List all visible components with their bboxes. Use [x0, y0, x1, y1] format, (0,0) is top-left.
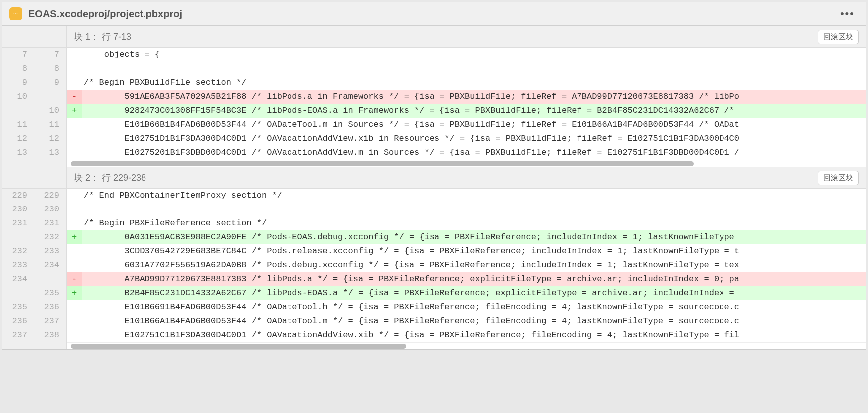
plus-icon: + — [67, 286, 82, 300]
diff-sign — [67, 189, 82, 203]
new-line-number: 235 — [34, 286, 66, 300]
new-line-number: 233 — [34, 244, 66, 258]
code-text: 6031A7702F556519A62DA0B8 /* Pods.debug.x… — [82, 258, 739, 272]
new-line-number: 7 — [34, 48, 66, 62]
old-line-number: 232 — [2, 244, 34, 258]
old-line-number: 9 — [2, 76, 34, 90]
diff-sign — [67, 258, 82, 272]
code-text: E101B66B1B4FAD6B00D53F44 /* OADateTool.m… — [82, 118, 739, 132]
scrollbar-thumb[interactable] — [71, 344, 406, 349]
old-line-number: 230 — [2, 203, 34, 216]
old-line-number: 11 — [2, 118, 34, 132]
diff-sign — [67, 314, 82, 328]
code-line[interactable]: + 0A031E59ACB3E988EC2A90FE /* Pods-EOAS.… — [67, 230, 866, 244]
minus-icon: - — [67, 90, 82, 104]
new-line-number: 238 — [34, 328, 66, 342]
rollback-hunk-button[interactable]: 回滚区块 — [818, 30, 859, 44]
code-line[interactable]: - A7BAD99D77120673E8817383 /* libPods.a … — [67, 272, 866, 286]
diff-sign — [67, 132, 82, 146]
code-text: 3CDD370542729E683BE7C84C /* Pods.release… — [82, 244, 739, 258]
code-line[interactable] — [67, 62, 866, 76]
code-text: /* End PBXContainerItemProxy section */ — [82, 189, 282, 203]
old-line-number: 231 — [2, 216, 34, 230]
new-line-number: 11 — [34, 118, 66, 132]
hunk-block: 2292292302302312312322322332332342342352… — [2, 167, 866, 349]
more-icon[interactable]: ••• — [836, 7, 859, 20]
new-line-number: 12 — [34, 132, 66, 146]
diff-sign — [67, 118, 82, 132]
old-line-number: 236 — [2, 314, 34, 328]
old-line-number — [2, 286, 34, 300]
new-line-number: 232 — [34, 230, 66, 244]
diff-sign — [67, 146, 82, 160]
new-line-number: 229 — [34, 189, 66, 203]
code-text: A7BAD99D77120673E8817383 /* libPods.a */… — [82, 272, 739, 286]
code-line[interactable]: /* Begin PBXFileReference section */ — [67, 216, 866, 230]
horizontal-scrollbar[interactable] — [67, 160, 866, 167]
code-text: E102751C1B1F3DA300D4C0D1 /* OAVacationAd… — [82, 328, 739, 342]
code-line[interactable]: objects = { — [67, 48, 866, 62]
diff-sign — [67, 300, 82, 314]
new-line-number: 8 — [34, 62, 66, 76]
code-line[interactable]: E10275201B1F3DBD00D4C0D1 /* OAVacationAd… — [67, 146, 866, 160]
code-text: /* Begin PBXBuildFile section */ — [82, 76, 246, 90]
new-line-number — [34, 90, 66, 104]
code-line[interactable]: /* Begin PBXBuildFile section */ — [67, 76, 866, 90]
code-text: E102751D1B1F3DA300D4C0D1 /* OAVacationAd… — [82, 132, 739, 146]
code-text: 9282473C01308FF15F54BC3E /* libPods-EOAS… — [82, 104, 734, 118]
code-text: E10275201B1F3DBD00D4C0D1 /* OAVacationAd… — [82, 146, 739, 160]
new-line-number: 234 — [34, 258, 66, 272]
line-number-gutter: 7788991010111112121313 — [2, 26, 67, 167]
code-line[interactable] — [67, 203, 866, 216]
old-line-number: 13 — [2, 146, 34, 160]
new-line-number: 10 — [34, 104, 66, 118]
hunk-header: 块 1： 行 7-13回滚区块 — [67, 26, 866, 48]
hunk-content: 块 1： 行 7-13回滚区块 objects = { /* Begin PBX… — [67, 26, 866, 167]
horizontal-scrollbar[interactable] — [67, 342, 866, 349]
old-line-number: 8 — [2, 62, 34, 76]
old-line-number: 12 — [2, 132, 34, 146]
hunk-title: 块 1： 行 7-13 — [74, 31, 131, 43]
code-line[interactable]: 6031A7702F556519A62DA0B8 /* Pods.debug.x… — [67, 258, 866, 272]
scrollbar-thumb[interactable] — [71, 161, 694, 166]
rollback-hunk-button[interactable]: 回滚区块 — [818, 171, 859, 185]
old-line-number: 10 — [2, 90, 34, 104]
code-text: E101B6691B4FAD6B00D53F44 /* OADateTool.h… — [82, 300, 739, 314]
diff-sign — [67, 244, 82, 258]
code-text: 591AE6AB3F5A7029A5B21F88 /* libPods.a in… — [82, 90, 739, 104]
diff-sign — [67, 203, 82, 216]
code-line[interactable]: E102751C1B1F3DA300D4C0D1 /* OAVacationAd… — [67, 328, 866, 342]
code-line[interactable]: E101B6691B4FAD6B00D53F44 /* OADateTool.h… — [67, 300, 866, 314]
old-line-number: 234 — [2, 272, 34, 286]
code-line[interactable]: 3CDD370542729E683BE7C84C /* Pods.release… — [67, 244, 866, 258]
minus-icon: - — [67, 272, 82, 286]
diff-sign — [67, 76, 82, 90]
plus-icon: + — [67, 104, 82, 118]
code-line[interactable]: + B2B4F85C231DC14332A62C67 /* libPods-EO… — [67, 286, 866, 300]
old-line-number — [2, 104, 34, 118]
code-line[interactable]: E102751D1B1F3DA300D4C0D1 /* OAVacationAd… — [67, 132, 866, 146]
code-line[interactable]: - 591AE6AB3F5A7029A5B21F88 /* libPods.a … — [67, 90, 866, 104]
hunk-title: 块 2： 行 229-238 — [74, 172, 146, 184]
diff-sign — [67, 216, 82, 230]
hunk-block: 7788991010111112121313块 1： 行 7-13回滚区块 ob… — [2, 26, 866, 167]
new-line-number: 13 — [34, 146, 66, 160]
file-type-icon: ••• — [9, 7, 22, 20]
code-line[interactable]: E101B66B1B4FAD6B00D53F44 /* OADateTool.m… — [67, 118, 866, 132]
code-line[interactable]: /* End PBXContainerItemProxy section */ — [67, 189, 866, 203]
old-line-number: 229 — [2, 189, 34, 203]
code-line[interactable]: E101B66A1B4FAD6B00D53F44 /* OADateTool.m… — [67, 314, 866, 328]
diff-viewer: ••• EOAS.xcodeproj/project.pbxproj ••• 7… — [2, 2, 866, 350]
old-line-number: 235 — [2, 300, 34, 314]
new-line-number: 236 — [34, 300, 66, 314]
code-line[interactable]: + 9282473C01308FF15F54BC3E /* libPods-EO… — [67, 104, 866, 118]
file-header: ••• EOAS.xcodeproj/project.pbxproj ••• — [2, 2, 866, 26]
old-line-number — [2, 230, 34, 244]
hunk-header: 块 2： 行 229-238回滚区块 — [67, 167, 866, 189]
file-path[interactable]: EOAS.xcodeproj/project.pbxproj — [28, 8, 182, 20]
new-line-number — [34, 272, 66, 286]
old-line-number: 237 — [2, 328, 34, 342]
line-number-gutter: 2292292302302312312322322332332342342352… — [2, 167, 67, 349]
diff-sign — [67, 328, 82, 342]
code-text: /* Begin PBXFileReference section */ — [82, 216, 267, 230]
